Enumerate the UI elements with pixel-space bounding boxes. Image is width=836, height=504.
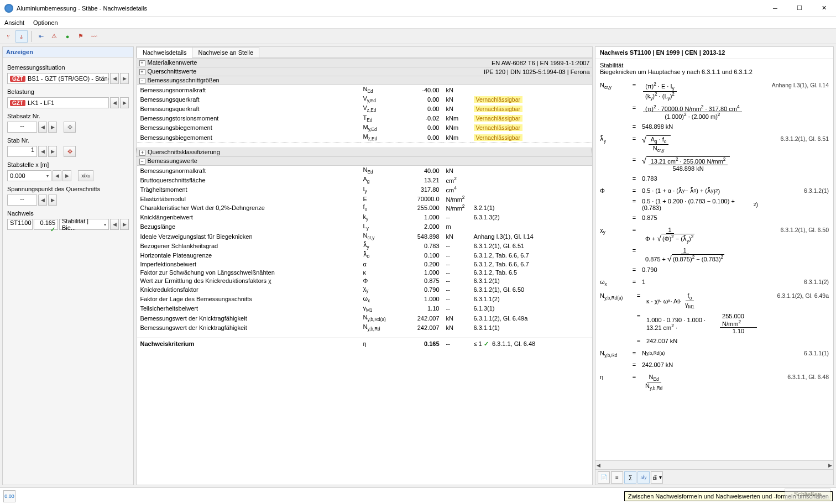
- formula-title: Nachweis ST1100 | EN 1999 | CEN | 2013-1…: [595, 47, 833, 59]
- table-row: Bemessungswert der KnicktragfähigkeitNy,…: [137, 313, 592, 323]
- stabsatz-label: Stabsatz Nr.: [7, 113, 129, 119]
- nachweis-prev[interactable]: ◀: [110, 219, 119, 230]
- decimals-button[interactable]: 0.00: [3, 490, 15, 502]
- table-row: Bezogener Schlankheitsgradλ̄y0.783--6.3.…: [137, 241, 592, 250]
- rt-list-icon[interactable]: ≡: [611, 471, 623, 484]
- stabstelle-prev[interactable]: ◀: [53, 170, 61, 181]
- table-row: BemessungstorsionsmomentTEd-0.02kNmVerna…: [137, 114, 592, 123]
- situation-prev[interactable]: ◀: [110, 73, 119, 84]
- h-scrollbar[interactable]: ◀ ▶: [595, 460, 833, 469]
- close-dialog-button[interactable]: Schließen: [785, 489, 830, 500]
- app-icon: [4, 4, 13, 13]
- rt-values-icon[interactable]: 𝑥/𝑦: [638, 471, 650, 484]
- tb-nodes-icon[interactable]: ●: [61, 30, 74, 43]
- minimize-button[interactable]: ─: [767, 3, 783, 14]
- table-row: BemessungsquerkraftVz,Ed0.00kNVernachläs…: [137, 104, 592, 113]
- formula-toolbar: 📄 ≡ ∑ 𝑥/𝑦 🖨 ▾: [595, 469, 833, 485]
- table-row: Faktor der Lage des Bemessungsschnittsωx…: [137, 295, 592, 304]
- spannung-field[interactable]: --: [7, 195, 37, 206]
- expand-icon[interactable]: +: [139, 60, 145, 66]
- table-row: Horizontale Plateaugrenzeλ̄00.100--6.3.1…: [137, 250, 592, 260]
- table-row: Bemessungswert der KnicktragfähigkeitNy,…: [137, 323, 592, 332]
- close-button[interactable]: ✕: [816, 3, 832, 14]
- expand-icon[interactable]: +: [139, 150, 145, 156]
- stab-field[interactable]: 1: [7, 146, 37, 157]
- load-prev[interactable]: ◀: [110, 97, 119, 108]
- footer: 0.00 Zwischen Nachweisformeln und Nachwe…: [0, 487, 836, 504]
- situation-label: Bemessungssituation: [7, 64, 129, 71]
- table-row: BemessungsnormalkraftNEd40.00kN: [137, 166, 592, 176]
- table-row: Knickreduktionsfaktorχy0.790--6.3.1.2(1)…: [137, 285, 592, 294]
- situation-value: BS1 - GZT (STR/GEO) - Ständig ...: [28, 75, 109, 82]
- stabstelle-xx0[interactable]: x/x₀: [78, 170, 93, 181]
- menu-options[interactable]: Optionen: [33, 19, 58, 26]
- table-row: Wert zur Ermittlung des Knickreduktionsf…: [137, 276, 592, 285]
- tb-flag-icon[interactable]: ⚑: [75, 30, 87, 43]
- separator: [31, 31, 32, 42]
- spannung-next[interactable]: ▶: [48, 195, 57, 206]
- menubar: Ansicht Optionen: [0, 17, 836, 29]
- table-row: BruttoquerschnittsflächeAg13.21cm2: [137, 175, 592, 185]
- tabs: Nachweisdetails Nachweise an Stelle: [137, 47, 592, 58]
- stab-next[interactable]: ▶: [48, 146, 57, 157]
- window-title: Aluminiumbemessung - Stäbe - Nachweisdet…: [17, 5, 767, 12]
- tab-details[interactable]: Nachweisdetails: [137, 47, 192, 58]
- stab-prev[interactable]: ◀: [38, 146, 47, 157]
- menu-view[interactable]: Ansicht: [4, 19, 24, 26]
- table-row: TeilsicherheitsbeiwertγM11.10--6.1.3(1): [137, 304, 592, 313]
- table-row: Imperfektionsbeiwertα0.200--6.3.1.2, Tab…: [137, 260, 592, 268]
- rt-formula-icon[interactable]: ∑: [624, 471, 636, 484]
- table-row: BemessungsbiegemomentMz,Ed0.00kNmVernach…: [137, 133, 592, 143]
- stab-label: Stab Nr.: [7, 137, 129, 144]
- table-row: BezugslängeLy2.000m: [137, 222, 592, 232]
- expand-icon[interactable]: +: [139, 69, 145, 75]
- table-row: Knicklängenbeiwertky1.000--6.3.1.3(2): [137, 213, 592, 222]
- sidebar-header: Anzeigen: [3, 47, 133, 57]
- table-row: Ideale Verzweigungslast für Biegeknicken…: [137, 232, 592, 241]
- stab-pick-icon[interactable]: ✥: [64, 146, 76, 157]
- gzt-badge2: GZT: [10, 100, 25, 106]
- load-value: LK1 - LF1: [28, 99, 54, 106]
- stabsatz-pick-icon[interactable]: ✥: [64, 122, 76, 133]
- nachweis-id[interactable]: ST1100: [7, 219, 33, 230]
- maximize-button[interactable]: ☐: [792, 3, 807, 14]
- stabstelle-label: Stabstelle x [m]: [7, 161, 129, 168]
- gzt-badge: GZT: [10, 76, 25, 82]
- table-row: BemessungsnormalkraftNEd-40.00kN: [137, 85, 592, 95]
- stabsatz-prev[interactable]: ◀: [38, 122, 47, 133]
- tab-stelle[interactable]: Nachweise an Stelle: [192, 47, 259, 57]
- tb-wave-icon[interactable]: 〰: [88, 30, 100, 43]
- load-field[interactable]: GZT LK1 - LF1: [7, 97, 109, 108]
- titlebar: Aluminiumbemessung - Stäbe - Nachweisdet…: [0, 0, 836, 17]
- load-next[interactable]: ▶: [120, 97, 129, 108]
- spannung-prev[interactable]: ◀: [38, 195, 47, 206]
- collapse-icon[interactable]: −: [139, 159, 145, 165]
- tb-first-icon[interactable]: ⇤: [35, 30, 47, 43]
- table-row: TrägheitsmomentIy317.80cm4: [137, 185, 592, 195]
- collapse-icon[interactable]: −: [139, 78, 145, 84]
- situation-next[interactable]: ▶: [120, 73, 129, 84]
- stabstelle-next[interactable]: ▶: [62, 170, 71, 181]
- stabsatz-next[interactable]: ▶: [48, 122, 57, 133]
- load-label: Belastung: [7, 88, 129, 95]
- tb-exclaim-icon[interactable]: ⚠: [48, 30, 60, 43]
- table-row: ElastizitätsmodulE70000.0N/mm2: [137, 195, 592, 203]
- tb-magnets-icon[interactable]: ⫯: [2, 30, 14, 43]
- stabsatz-field[interactable]: --: [7, 122, 37, 133]
- table-row: Faktor zur Schwächung von Längsschweißnä…: [137, 268, 592, 276]
- nachweis-type[interactable]: Stabilität | Bie...: [59, 219, 109, 230]
- criterion-row: Nachweiskriterium η 0.165 -- ≤ 1 ✓ 6.3.1…: [137, 338, 592, 350]
- nachweis-next[interactable]: ▶: [120, 219, 129, 230]
- stabstelle-field[interactable]: 0.000: [7, 170, 51, 181]
- sidebar: Anzeigen Bemessungssituation GZT BS1 - G…: [2, 46, 134, 485]
- nachweis-label: Nachweis: [7, 210, 129, 217]
- nachweis-ratio[interactable]: 0.165 ✓: [34, 219, 58, 230]
- table-row: BemessungsbiegemomentMy,Ed0.00kNmVernach…: [137, 123, 592, 133]
- situation-field[interactable]: GZT BS1 - GZT (STR/GEO) - Ständig ...: [7, 73, 109, 84]
- rt-doc-icon[interactable]: 📄: [598, 471, 610, 484]
- formula-panel: Nachweis ST1100 | EN 1999 | CEN | 2013-1…: [595, 46, 834, 485]
- rt-print-icon[interactable]: 🖨 ▾: [651, 471, 663, 484]
- tb-select-icon[interactable]: ⫰: [15, 30, 28, 43]
- details-panel: Nachweisdetails Nachweise an Stelle +Mat…: [136, 46, 593, 485]
- table-row: Charakteristischer Wert der 0,2%-Dehngre…: [137, 203, 592, 212]
